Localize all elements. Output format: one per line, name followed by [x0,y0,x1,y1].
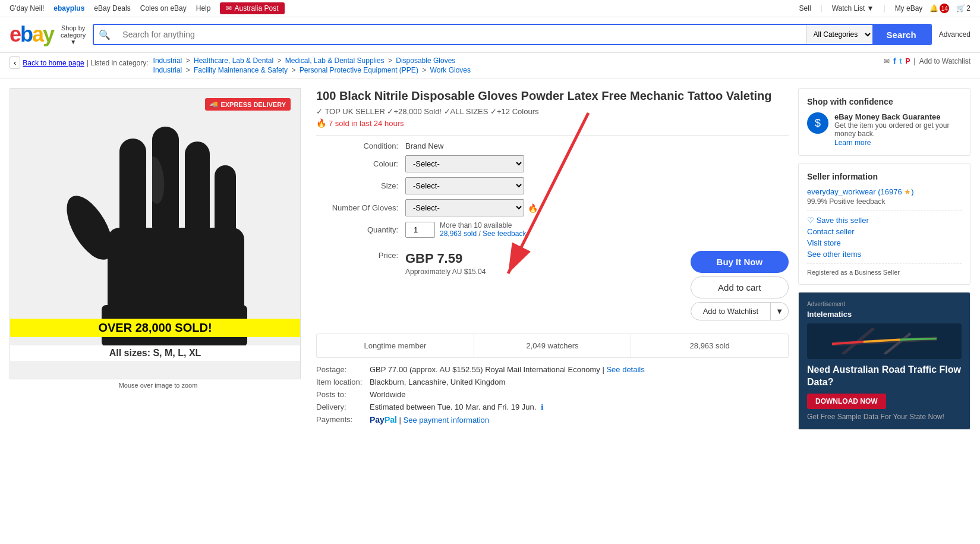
sold-text: OVER 28,000 SOLD! [10,321,300,335]
notification-count: 14 [940,4,949,13]
sold-hot: 🔥 7 sold in last 24 hours [316,118,789,128]
save-seller-link[interactable]: ♡ Save this seller [807,216,962,225]
bc-medical[interactable]: Medical, Lab & Dental Supplies [285,56,385,65]
advanced-link[interactable]: Advanced [939,30,970,39]
item-location-label: Item location: [316,378,370,386]
seller-name-link[interactable]: everyday_workwear (16976 ★) [807,187,914,196]
search-button[interactable]: Search [872,25,931,44]
seller-registered: Registered as a Business Seller [807,269,962,276]
seller-box: Seller information everyday_workwear (16… [798,163,970,285]
twitter-share[interactable]: t [900,57,902,65]
fire-icon: 🔥 [316,118,326,128]
bc-ppe[interactable]: Personal Protective Equipment (PPE) [300,66,418,74]
seller-divider1 [807,210,962,211]
quantity-input[interactable] [405,222,435,238]
category-select[interactable]: All Categories [806,25,872,44]
condition-value: Brand New [405,141,443,150]
sold-hot-text: 7 sold in last 24 hours [329,119,404,128]
ad-download-btn[interactable]: DOWNLOAD NOW [807,394,886,409]
member-stats: Longtime member 2,049 watchers 28,963 so… [316,334,789,358]
facebook-share[interactable]: f [893,56,896,66]
feedback-link[interactable]: See feedback [483,229,526,238]
add-to-watchlist-bc[interactable]: Add to Watchlist [919,57,970,65]
confidence-box: Shop with confidence $ eBay Money Back G… [798,88,970,156]
my-ebay-link[interactable]: My eBay [895,4,923,12]
shop-by-category[interactable]: Shop by category ▼ [61,24,86,45]
save-seller-text: Save this seller [817,216,869,225]
help-link[interactable]: Help [196,4,211,12]
contact-seller-link[interactable]: Contact seller [807,227,962,236]
post-icon: ✉ [226,4,232,12]
guarantee-title: eBay Money Back Guarantee [834,112,962,121]
category-arrow: ▼ [70,39,76,45]
see-details-link[interactable]: See details [606,365,644,374]
bc-industrial2[interactable]: Industrial [153,66,182,74]
buy-now-button[interactable]: Buy It Now [691,251,789,273]
shield-icon: $ [807,112,828,134]
pinterest-share[interactable]: P [906,57,910,65]
posts-to-value: Worldwide [370,390,405,399]
top-nav-right: Sell | Watch List ▼ | My eBay 🔔 14 🛒 2 [799,4,970,13]
payment-info-link[interactable]: See payment information [404,416,490,424]
item-location-value: Blackburn, Lancashire, United Kingdom [370,378,505,386]
paypal-logo: Pay [370,415,385,424]
bc-industrial1[interactable]: Industrial [153,56,182,65]
ad-logo: Intelematics [807,310,962,319]
postage-text: GBP 77.00 (approx. AU $152.55) Royal Mai… [370,365,600,374]
num-gloves-select[interactable]: -Select- [405,199,524,216]
location-row: Item location: Blackburn, Lancashire, Un… [316,378,789,386]
search-icon: 🔍 [94,25,115,44]
qty-sold-link[interactable]: 28,963 sold [440,229,477,238]
add-watchlist-button[interactable]: Add to Watchlist [691,302,771,320]
colour-select[interactable]: -Select- [405,155,524,172]
guarantee-desc: Get the item you ordered or get your mon… [834,121,962,138]
visit-store-link[interactable]: Visit store [807,238,962,247]
sold-banner: OVER 28,000 SOLD! [10,319,300,337]
cart-count: 2 [966,4,970,12]
ebay-logo[interactable]: ebay [10,22,53,47]
num-gloves-row: Number Of Gloves: -Select- 🔥 [316,199,789,216]
watchlist-row: Add to Watchlist ▼ [691,302,789,320]
watchlist-link[interactable]: Watch List ▼ [832,4,874,12]
seller-rating: 99.9% Positive feedback [807,197,962,206]
bc-work-gloves[interactable]: Work Gloves [430,66,471,74]
bc-healthcare[interactable]: Healthcare, Lab & Dental [194,56,273,65]
confidence-text: eBay Money Back Guarantee Get the item y… [834,112,962,147]
deals-link[interactable]: eBay Deals [94,4,130,12]
cart-icon[interactable]: 🛒 2 [956,4,970,12]
seller-title: Seller information [807,172,962,181]
breadcrumb-path2: Industrial > Facility Maintenance & Safe… [153,66,879,74]
bc-facility[interactable]: Facility Maintenance & Safety [194,66,288,74]
postage-label: Postage: [316,365,370,374]
seller-name-text: everyday_workwear [807,187,876,196]
postage-row: Postage: GBP 77.00 (approx. AU $152.55) … [316,365,789,374]
sell-link[interactable]: Sell [799,4,811,12]
search-input[interactable] [115,25,805,44]
price-gbp: GBP 7.59 [405,251,681,266]
user-greeting[interactable]: G'day Neil! [10,4,44,12]
zoom-hint: Mouse over image to zoom [10,382,307,389]
add-to-cart-button[interactable]: Add to cart [691,276,789,298]
info-icon: ℹ [541,403,544,411]
back-home-link[interactable]: Back to home page [23,59,84,67]
learn-more-link[interactable]: Learn more [834,139,871,147]
bell-icon: 🔔 [929,4,938,12]
colour-row: Colour: -Select- [316,155,789,172]
email-share[interactable]: ✉ [884,57,890,65]
quantity-row: Quantity: More than 10 available 28,963 … [316,221,789,238]
coles-link[interactable]: Coles on eBay [140,4,187,12]
notification-bell[interactable]: 🔔 14 [929,4,949,13]
express-badge: 🚚 EXPRESS DELIVERY [205,98,291,111]
product-image-box[interactable]: 🚚 EXPRESS DELIVERY OVER 28,000 SOLD! All… [10,88,301,379]
map-svg [812,328,957,354]
qty-info: More than 10 available 28,963 sold / See… [440,221,526,238]
bc-disposable[interactable]: Disposable Gloves [396,56,455,65]
back-arrow-button[interactable]: ‹ [10,56,20,69]
price-block: GBP 7.59 Approximately AU $15.04 [405,251,681,276]
size-select[interactable]: -Select- [405,177,524,194]
australia-post-btn[interactable]: ✉ Australia Post [220,2,284,14]
ebay-plus-link[interactable]: ebayplus [53,4,84,12]
price-aud: Approximately AU $15.04 [405,268,681,276]
watchlist-dropdown-button[interactable]: ▼ [771,302,789,320]
see-other-items-link[interactable]: See other items [807,250,962,259]
